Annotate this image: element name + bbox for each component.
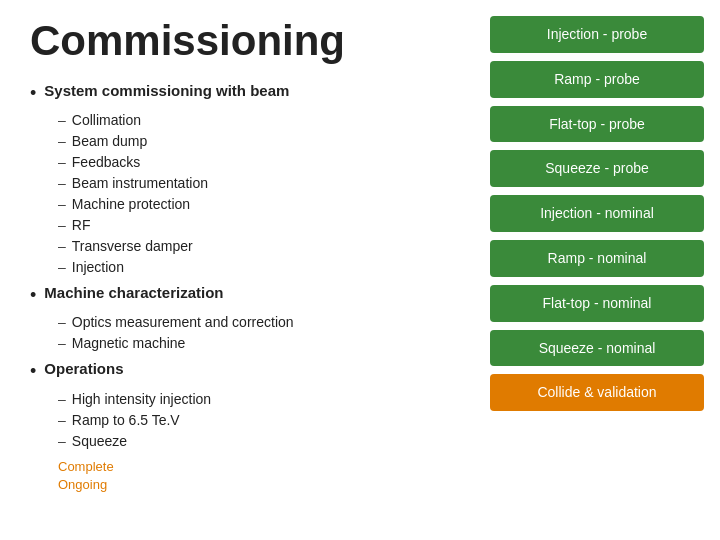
bullet-dot-1: • (30, 81, 36, 106)
list-item: –Transverse damper (58, 236, 460, 257)
list-item: –Feedbacks (58, 152, 460, 173)
flat-top-probe-button[interactable]: Flat-top - probe (490, 106, 704, 143)
section-2-header: • Machine characterization (30, 282, 460, 308)
list-item: –Machine protection (58, 194, 460, 215)
list-item: –Squeeze (58, 431, 460, 452)
section-3-header: • Operations (30, 358, 460, 384)
list-item: –Ramp to 6.5 Te.V (58, 410, 460, 431)
section-1-label: System commissioning with beam (44, 80, 289, 101)
section-3-label: Operations (44, 358, 123, 379)
list-item: –RF (58, 215, 460, 236)
page-title: Commissioning (30, 20, 460, 62)
list-item: –High intensity injection (58, 389, 460, 410)
bullet-dot-3: • (30, 359, 36, 384)
complete-label: Complete (58, 459, 114, 474)
section-3-sublist: –High intensity injection –Ramp to 6.5 T… (58, 389, 460, 452)
list-item: –Beam instrumentation (58, 173, 460, 194)
list-item: –Collimation (58, 110, 460, 131)
collide-validation-button[interactable]: Collide & validation (490, 374, 704, 411)
ongoing-label: Ongoing (58, 477, 107, 492)
right-panel: Injection - probe Ramp - probe Flat-top … (480, 0, 720, 540)
ramp-probe-button[interactable]: Ramp - probe (490, 61, 704, 98)
main-container: Commissioning • System commissioning wit… (0, 0, 720, 540)
ramp-nominal-button[interactable]: Ramp - nominal (490, 240, 704, 277)
content-list: • System commissioning with beam –Collim… (30, 80, 460, 494)
injection-probe-button[interactable]: Injection - probe (490, 16, 704, 53)
list-item: –Optics measurement and correction (58, 312, 460, 333)
section-2-label: Machine characterization (44, 282, 223, 303)
section-1-header: • System commissioning with beam (30, 80, 460, 106)
list-item: –Injection (58, 257, 460, 278)
squeeze-nominal-button[interactable]: Squeeze - nominal (490, 330, 704, 367)
complete-ongoing-label: Complete Ongoing (58, 458, 460, 494)
list-item: –Beam dump (58, 131, 460, 152)
squeeze-probe-button[interactable]: Squeeze - probe (490, 150, 704, 187)
section-2-sublist: –Optics measurement and correction –Magn… (58, 312, 460, 354)
flat-top-nominal-button[interactable]: Flat-top - nominal (490, 285, 704, 322)
injection-nominal-button[interactable]: Injection - nominal (490, 195, 704, 232)
bullet-dot-2: • (30, 283, 36, 308)
list-item: –Magnetic machine (58, 333, 460, 354)
left-panel: Commissioning • System commissioning wit… (0, 0, 480, 540)
section-1-sublist: –Collimation –Beam dump –Feedbacks –Beam… (58, 110, 460, 278)
